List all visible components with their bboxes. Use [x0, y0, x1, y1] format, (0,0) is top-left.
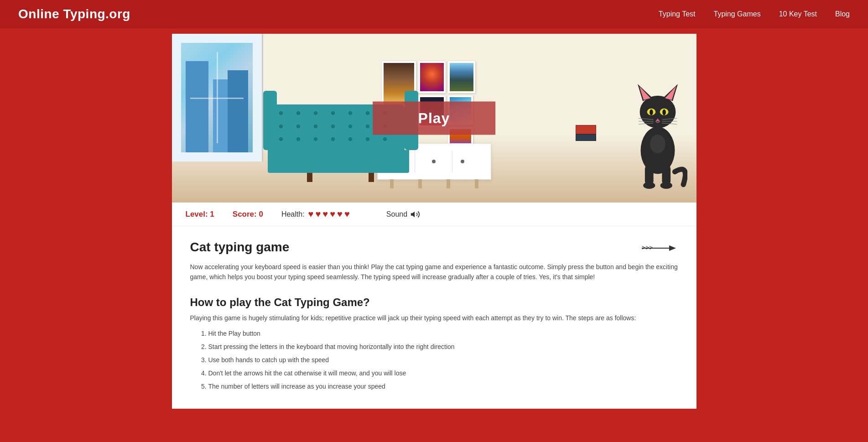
text-content: Cat typing game >>> Now accelerating you… [172, 226, 696, 409]
main-nav: Typing Test Typing Games 10 Key Test Blo… [659, 10, 850, 18]
page-title: Cat typing game [190, 240, 290, 255]
score-display: Score: 0 [233, 210, 263, 219]
sound-icon [410, 209, 420, 219]
nav-typing-games[interactable]: Typing Games [714, 10, 761, 18]
hearts-display: ♥ ♥ ♥ ♥ ♥ ♥ [308, 209, 350, 219]
play-button[interactable]: Play [373, 102, 496, 135]
game-description: Now accelerating your keyboard speed is … [190, 262, 678, 282]
instruction-2: Start pressing the letters in the keyboa… [208, 342, 678, 352]
instruction-4: Don't let the arrows hit the cat otherwi… [208, 369, 678, 378]
cat-character [628, 52, 687, 189]
frame-2 [418, 61, 446, 93]
svg-rect-18 [662, 165, 670, 184]
health-label: Health: [281, 210, 305, 218]
bookshelf-decoration [576, 125, 596, 148]
heart-3: ♥ [322, 209, 328, 219]
level-display: Level: 1 [186, 210, 214, 219]
svg-point-9 [662, 109, 666, 115]
logo: Online Typing.org [18, 7, 130, 21]
svg-point-21 [650, 135, 665, 153]
heart-2: ♥ [315, 209, 321, 219]
instruction-1: Hit the Play button [208, 329, 678, 338]
heart-5: ♥ [337, 209, 343, 219]
room-background: Play [172, 34, 696, 203]
section-description: Playing this game is hugely stimulating … [190, 314, 678, 322]
sound-section[interactable]: Sound [386, 209, 420, 219]
game-area: Play [172, 34, 696, 203]
window-decoration [172, 34, 263, 161]
svg-point-20 [660, 182, 672, 189]
sound-label: Sound [386, 210, 407, 218]
nav-typing-test[interactable]: Typing Test [659, 10, 696, 18]
nav-blog[interactable]: Blog [835, 10, 850, 18]
svg-marker-24 [669, 245, 676, 251]
how-to-play-title: How to play the Cat Typing Game? [190, 296, 678, 309]
content-wrapper: Play Level: 1 Score: 0 Health: ♥ ♥ ♥ ♥ ♥… [172, 34, 696, 409]
instruction-5: The number of letters will increase as y… [208, 382, 678, 391]
header: Online Typing.org Typing Test Typing Gam… [0, 0, 868, 28]
status-bar: Level: 1 Score: 0 Health: ♥ ♥ ♥ ♥ ♥ ♥ So… [172, 203, 696, 226]
svg-point-1 [639, 96, 676, 128]
instructions-list: Hit the Play button Start pressing the l… [208, 329, 678, 391]
svg-text:>>>: >>> [642, 244, 653, 251]
nav-10-key-test[interactable]: 10 Key Test [779, 10, 817, 18]
heart-6: ♥ [344, 209, 350, 219]
heart-1: ♥ [308, 209, 314, 219]
next-arrow[interactable]: >>> [642, 243, 678, 256]
heart-4: ♥ [330, 209, 335, 219]
svg-point-8 [650, 109, 653, 115]
svg-rect-17 [645, 165, 653, 184]
instruction-3: Use both hands to catch up with the spee… [208, 355, 678, 365]
svg-point-19 [643, 182, 655, 189]
svg-marker-22 [411, 211, 415, 217]
health-section: Health: ♥ ♥ ♥ ♥ ♥ ♥ [281, 209, 350, 219]
frame-4 [448, 61, 475, 93]
